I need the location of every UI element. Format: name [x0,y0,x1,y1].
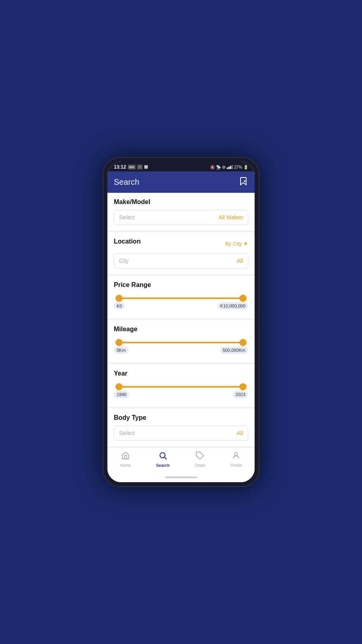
price-range-title: Price Range [114,281,248,289]
make-model-section: Make/Model Select All Makes [107,193,255,231]
tag-icon [195,451,204,462]
nav-deals-label: Deals [195,463,206,468]
mileage-fill [115,342,247,343]
year-title: Year [114,370,248,377]
mileage-min-label: 0Km [114,347,129,354]
bottom-nav: Home Search Deals [107,448,255,473]
home-bar [107,473,255,482]
body-type-badge: All [237,430,243,436]
save-filter-icon[interactable] [239,176,248,188]
nav-home[interactable]: Home [120,451,131,468]
body-type-placeholder: Select [119,430,135,436]
mileage-max-label: 500,000Km [220,347,248,354]
status-time: 13:12 inv ··· 🖼 [114,164,148,170]
phone-screen: 13:12 inv ··· 🖼 🔇 📡 ⚙ 27% 🔋 [107,162,255,482]
mileage-thumb-max[interactable] [239,339,247,346]
city-badge: All [237,258,243,264]
make-model-select[interactable]: Select All Makes [114,210,248,225]
year-section: Year 1990 2023 [107,364,255,407]
nav-profile-label: Profile [230,463,242,468]
search-icon [158,451,167,462]
nav-search-label: Search [156,463,169,468]
svg-point-2 [160,453,165,458]
city-select[interactable]: City All [114,253,248,268]
year-labels: 1990 2023 [114,391,248,398]
price-range-slider[interactable]: K0 K10,000,000 [114,293,248,313]
profile-icon [232,451,241,462]
signal-icon [227,165,233,169]
nav-profile[interactable]: Profile [230,451,242,468]
svg-point-5 [235,453,238,456]
nav-home-label: Home [120,463,131,468]
body-type-select[interactable]: Select All [114,425,248,441]
body-type-title: Body Type [114,414,248,421]
price-max-label: K10,000,000 [218,302,248,310]
mileage-track [115,342,247,343]
home-icon [121,451,130,462]
status-icons: 🔇 📡 ⚙ 27% 🔋 [210,165,248,169]
mileage-section: Mileage 0Km 500,000Km [107,320,255,363]
mileage-thumb-min[interactable] [115,339,123,346]
year-min-label: 1990 [114,391,129,398]
make-model-title: Make/Model [114,198,248,206]
make-model-placeholder: Select [119,214,135,221]
year-fill [115,386,247,388]
price-labels: K0 K10,000,000 [114,302,248,310]
city-placeholder: City [119,258,129,264]
location-header: Location By City ▼ [114,238,248,249]
status-bar: 13:12 inv ··· 🖼 🔇 📡 ⚙ 27% 🔋 [107,162,255,171]
phone-frame: 13:12 inv ··· 🖼 🔇 📡 ⚙ 27% 🔋 [103,157,259,487]
price-min-label: K0 [114,302,125,310]
mileage-slider[interactable]: 0Km 500,000Km [114,337,248,357]
mileage-labels: 0Km 500,000Km [114,347,248,354]
year-max-label: 2023 [233,391,248,398]
year-thumb-min[interactable] [115,383,123,390]
year-thumb-max[interactable] [239,383,247,390]
price-fill [115,297,247,299]
location-section: Location By City ▼ City All [107,232,255,274]
nav-search[interactable]: Search [156,451,169,468]
by-city-button[interactable]: By City ▼ [225,241,248,247]
location-title: Location [114,238,141,245]
price-thumb-min[interactable] [115,295,123,302]
price-track [115,297,247,299]
app-bar-title: Search [114,178,139,187]
svg-line-3 [165,457,167,459]
make-model-badge: All Makes [218,214,243,221]
price-range-section: Price Range K0 K10,000,000 [107,276,255,318]
price-thumb-max[interactable] [239,295,247,302]
app-bar: Search [107,171,255,193]
body-type-section: Body Type Select All [107,409,255,446]
year-track [115,386,247,388]
year-slider[interactable]: 1990 2023 [114,381,248,401]
content-area: Make/Model Select All Makes Location By … [107,193,255,448]
mileage-title: Mileage [114,326,248,333]
nav-deals[interactable]: Deals [195,451,206,468]
